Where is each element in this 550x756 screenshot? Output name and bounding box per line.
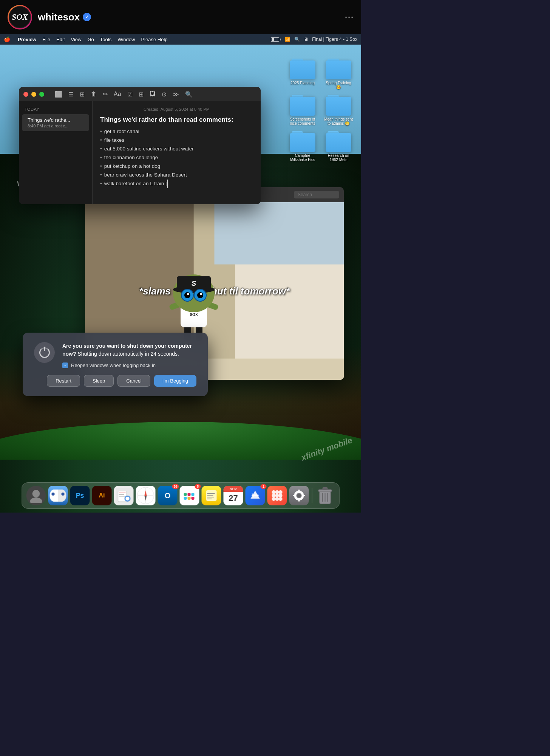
outlook-badge: 36: [172, 484, 179, 489]
svg-rect-27: [119, 494, 124, 495]
close-button[interactable]: [23, 92, 28, 97]
calendar-icon: 27 SEP: [224, 486, 243, 505]
svg-point-20: [187, 293, 189, 295]
confirm-button[interactable]: I'm Begging: [154, 375, 196, 387]
notes-list-item[interactable]: Things we'd rathe... 8:40 PM get a root …: [22, 114, 89, 131]
menu-file[interactable]: File: [42, 37, 50, 42]
folder-spring-training[interactable]: Spring Training 🤒: [323, 59, 354, 89]
dock-preview[interactable]: [114, 486, 134, 505]
dock-outlook[interactable]: O 36: [158, 486, 178, 505]
sidebar-toggle-icon[interactable]: ⬜: [55, 91, 62, 98]
dock: Ps Ai O 36: [22, 482, 340, 509]
folder-icon: [290, 59, 315, 79]
user-avatar-icon: [29, 488, 44, 503]
restart-button[interactable]: Restart: [47, 375, 80, 387]
menubar-left: 🍎 Preview File Edit View Go Tools Window…: [4, 36, 168, 42]
svg-rect-67: [293, 495, 296, 496]
folder-2025-planning[interactable]: 2025 Planning: [287, 59, 318, 89]
folder-mean-things[interactable]: Mean things sent to admins 😬: [323, 95, 354, 125]
note-time: 8:40 PM: [28, 124, 43, 128]
notes-body: Today Things we'd rathe... 8:40 PM get a…: [19, 101, 261, 204]
dock-app-store[interactable]: 1: [246, 486, 265, 505]
shutdown-subtitle: Shutting down automatically in 24 second…: [77, 351, 179, 357]
svg-rect-68: [303, 495, 305, 496]
battery-tip: [280, 39, 281, 40]
reopen-checkbox-row[interactable]: ✓ Reopen windows when logging back in: [62, 363, 196, 368]
menu-edit[interactable]: Edit: [56, 37, 65, 42]
notes-titlebar: ⬜ ☰ ⊞ 🗑 ✏ Aa ☑ ⊞ 🖼 ⊙ ≫ 🔍: [19, 87, 261, 101]
menu-go[interactable]: Go: [87, 37, 94, 42]
folder-screenshots[interactable]: Screenshots of nice comments: [287, 95, 318, 125]
instagram-profile-logo[interactable]: SOX: [8, 5, 32, 29]
search-icon[interactable]: 🔍: [294, 37, 300, 42]
menu-window[interactable]: Window: [117, 37, 135, 42]
folder-icon: [326, 59, 351, 79]
instagram-header: SOX whitesox ✓ ⋯: [0, 0, 361, 34]
share-icon[interactable]: ⊙: [162, 91, 167, 98]
minimize-button[interactable]: [31, 92, 36, 97]
apple-menu[interactable]: 🍎: [4, 36, 10, 42]
folder-icon: [290, 95, 315, 116]
svg-text:SEP: SEP: [230, 487, 236, 491]
dock-illustrator[interactable]: Ai: [92, 486, 112, 505]
dock-photoshop[interactable]: Ps: [70, 486, 90, 505]
svg-rect-45: [207, 493, 215, 494]
notes-list-item-3: eat 5,000 saltine crackers without water: [100, 145, 253, 153]
svg-point-57: [272, 494, 276, 497]
more-icon[interactable]: ≫: [173, 91, 179, 98]
dock-notes[interactable]: [202, 486, 221, 505]
delete-icon[interactable]: 🗑: [91, 91, 97, 98]
checklist-icon[interactable]: ☑: [127, 91, 133, 98]
svg-rect-40: [188, 497, 191, 500]
font-size-icon[interactable]: Aa: [114, 91, 121, 98]
svg-rect-66: [298, 499, 300, 502]
cancel-button[interactable]: Cancel: [117, 375, 150, 387]
notes-sidebar-header: Today: [19, 105, 92, 113]
app-name[interactable]: Preview: [18, 37, 36, 42]
folder-icon: [326, 95, 351, 116]
svg-point-56: [279, 490, 283, 494]
menu-tools[interactable]: Tools: [100, 37, 111, 42]
list-view-icon[interactable]: ☰: [68, 91, 74, 98]
folder-campfire[interactable]: Campfire Milkshake Pics: [287, 131, 318, 162]
note-item-title: Things we'd rathe...: [28, 117, 83, 123]
maximize-button[interactable]: [39, 92, 44, 97]
power-icon: [34, 342, 55, 363]
dock-settings[interactable]: [289, 486, 309, 505]
svg-rect-26: [119, 493, 126, 493]
dock-calendar[interactable]: 27 SEP: [224, 486, 243, 505]
svg-rect-4: [215, 202, 344, 265]
svg-point-21: [200, 293, 202, 295]
verified-badge: ✓: [83, 13, 91, 21]
dock-user-avatar[interactable]: [26, 486, 46, 505]
svg-point-62: [279, 497, 283, 501]
dock-safari[interactable]: [136, 486, 156, 505]
svg-rect-65: [298, 490, 300, 492]
notes-toolbar: ⬜ ☰ ⊞ 🗑 ✏ Aa ☑ ⊞ 🖼 ⊙ ≫ 🔍: [55, 91, 193, 98]
search-notes-icon[interactable]: 🔍: [185, 91, 193, 98]
notes-content[interactable]: Created: August 5, 2024 at 8:40 PM Thing…: [93, 101, 261, 204]
folder-icon: [326, 131, 351, 152]
dock-slack[interactable]: 5: [180, 486, 199, 505]
preview-search-input[interactable]: [294, 191, 339, 198]
svg-point-64: [297, 494, 301, 497]
folder-label: Campfire Milkshake Pics: [287, 153, 318, 162]
dock-launchpad[interactable]: [267, 486, 287, 505]
svg-point-55: [275, 490, 279, 494]
instagram-more-button[interactable]: ⋯: [345, 12, 354, 22]
menu-help[interactable]: Please Help: [141, 37, 167, 42]
dock-finder[interactable]: [48, 486, 68, 505]
image-icon[interactable]: 🖼: [150, 91, 156, 98]
menu-view[interactable]: View: [71, 37, 82, 42]
edit-icon[interactable]: ✏: [103, 91, 108, 98]
folder-label: Screenshots of nice comments: [287, 117, 318, 125]
grid-view-icon[interactable]: ⊞: [80, 91, 85, 98]
svg-text:SOX: SOX: [190, 313, 198, 317]
folder-1962-mets[interactable]: Research on 1962 Mets: [323, 131, 354, 162]
sleep-button[interactable]: Sleep: [84, 375, 114, 387]
desktop-folders: 2025 Planning Spring Training 🤒 Screensh…: [287, 59, 354, 162]
checkbox-icon[interactable]: ✓: [62, 363, 68, 368]
dock-trash[interactable]: [315, 486, 335, 505]
table-icon[interactable]: ⊞: [139, 91, 144, 98]
notes-window: ⬜ ☰ ⊞ 🗑 ✏ Aa ☑ ⊞ 🖼 ⊙ ≫ 🔍 Today Things we…: [19, 87, 261, 204]
